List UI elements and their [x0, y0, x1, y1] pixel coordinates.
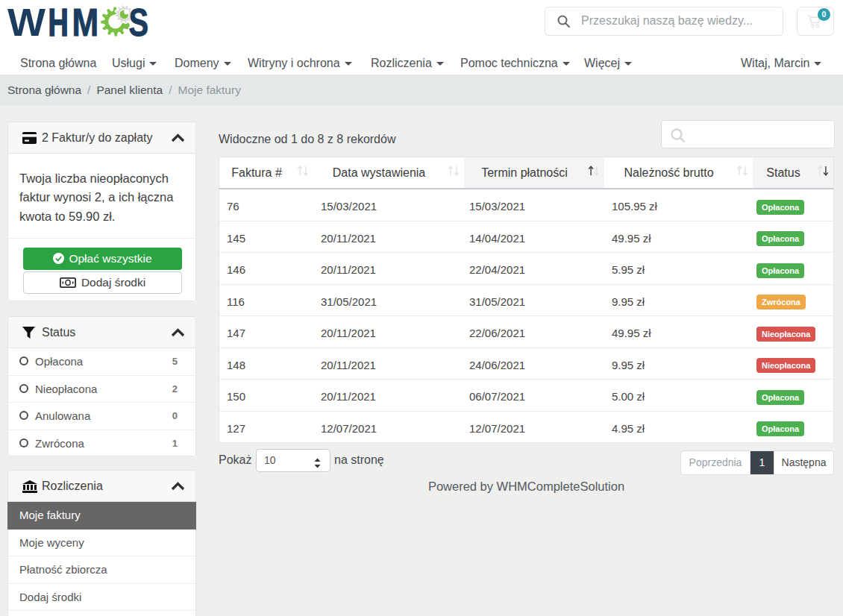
svg-text:H: H [48, 1, 69, 44]
svg-text:M: M [72, 1, 99, 43]
svg-text:W: W [7, 1, 46, 43]
svg-text:S: S [129, 1, 149, 44]
